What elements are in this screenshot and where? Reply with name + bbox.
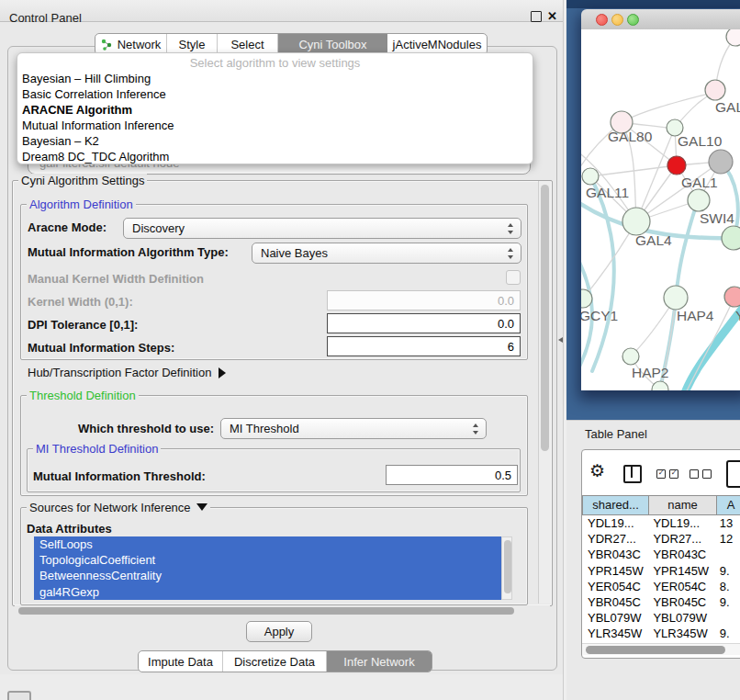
table-row[interactable]: YER054CYER054C8.	[582, 579, 740, 594]
cyni-algorithm-settings-title: Cyni Algorithm Settings	[18, 174, 147, 187]
table-row[interactable]: YPR145WYPR145W9.	[582, 563, 740, 579]
scrollbar-thumb[interactable]	[504, 540, 511, 593]
tab-label: Network	[118, 38, 162, 51]
table-cell: 13	[715, 515, 740, 531]
aracne-mode-value: Discovery	[132, 221, 185, 235]
sources-toggle[interactable]: Sources for Network Inference	[27, 501, 210, 514]
network-node[interactable]	[726, 29, 740, 46]
network-node[interactable]	[652, 381, 668, 390]
apply-button[interactable]: Apply	[246, 621, 312, 642]
minimize-traffic-light-icon[interactable]	[611, 14, 623, 26]
zoom-traffic-light-icon[interactable]	[627, 14, 639, 26]
table-row[interactable]: YBR043CYBR043C	[582, 547, 740, 562]
network-node[interactable]	[664, 286, 688, 310]
tab-discretize-data[interactable]: Discretize Data	[223, 651, 327, 672]
table-cell: YBL079W	[648, 610, 714, 626]
dpi-tolerance-field[interactable]: 0.0	[327, 313, 521, 333]
network-node-label: SWI4	[700, 210, 734, 226]
tab-cyni-toolbox[interactable]: Cyni Toolbox	[278, 34, 387, 54]
tab-jactivemnodules[interactable]: jActiveMNodules	[387, 34, 487, 54]
attribute-list-item[interactable]: BetweennessCentrality	[34, 568, 501, 583]
manual-kernel-checkbox[interactable]	[506, 270, 521, 285]
table-cell: YDL19...	[582, 515, 648, 531]
network-node[interactable]	[622, 348, 639, 365]
network-view-top-strip	[566, 0, 740, 8]
algorithm-option[interactable]: Bayesian – Hill Climbing	[17, 71, 533, 86]
tab-infer-network[interactable]: Infer Network	[327, 651, 432, 672]
close-icon[interactable]: ✕	[547, 9, 557, 23]
threshold-definition-title: Threshold Definition	[27, 389, 139, 402]
table-row[interactable]: YLR345WYLR345W9.	[582, 626, 740, 641]
column-layout-icon[interactable]	[623, 465, 642, 483]
network-icon	[101, 39, 113, 51]
tab-label: Impute Data	[148, 655, 213, 669]
network-node-label: GAL80	[608, 129, 653, 144]
network-node[interactable]	[709, 150, 733, 174]
table-cell: YER054C	[648, 579, 714, 594]
gear-icon[interactable]: ⚙	[589, 462, 605, 480]
table-cell: YLR345W	[648, 626, 714, 641]
control-panel-title: Control Panel	[9, 11, 82, 25]
hidden-panel-icon[interactable]	[7, 691, 31, 700]
table-cell: 9.	[715, 626, 740, 641]
algorithm-option[interactable]: Bayesian – K2	[17, 133, 533, 149]
network-edge[interactable]	[622, 92, 715, 122]
table-cell: YBR043C	[582, 547, 648, 562]
column-header-A[interactable]: A	[717, 495, 740, 515]
column-header-name[interactable]: name	[649, 495, 717, 515]
tab-network[interactable]: Network	[95, 34, 167, 54]
network-node[interactable]	[724, 287, 740, 307]
scrollbar-thumb[interactable]	[18, 607, 514, 615]
table-row[interactable]: YBR045CYBR045C9.	[582, 594, 740, 610]
table-horizontal-scrollbar[interactable]	[582, 643, 740, 655]
network-canvas[interactable]: GALGAL80GAL10GAL1GAL11SWI4GAL4GCY1HAP4YH…	[581, 29, 740, 390]
scrollbar-thumb[interactable]	[541, 185, 549, 451]
network-node[interactable]	[705, 80, 725, 100]
table-row[interactable]: YBL079WYBL079W	[582, 610, 740, 626]
table-row[interactable]: YDL19...YDL19...13	[582, 515, 740, 531]
deselect-all-checkboxes-icon[interactable]	[690, 469, 712, 479]
network-node[interactable]	[622, 208, 650, 235]
aracne-mode-label: Aracne Mode:	[28, 220, 107, 234]
table-cell: YER054C	[582, 579, 648, 594]
network-node[interactable]	[688, 189, 710, 211]
mi-steps-field[interactable]: 6	[327, 336, 521, 356]
table-cell: YLR345W	[582, 626, 648, 641]
attribute-list-item[interactable]: TopologicalCoefficient	[34, 552, 501, 568]
algorithm-option[interactable]: Basic Correlation Inference	[17, 86, 533, 102]
hub-definition-toggle[interactable]: Hub/Transcription Factor Definition	[28, 366, 226, 379]
divider-collapse-icon[interactable]	[558, 337, 563, 343]
mi-threshold-definition-title: MI Threshold Definition	[33, 442, 161, 456]
table-row[interactable]: YDR27...YDR27...12	[582, 531, 740, 547]
settings-horizontal-scrollbar[interactable]	[15, 605, 550, 616]
network-node-label: GAL10	[678, 133, 723, 149]
export-table-icon[interactable]	[726, 460, 740, 488]
network-node[interactable]	[722, 226, 740, 250]
table-cell	[715, 547, 740, 562]
attribute-list-item[interactable]: gal4RGexp	[34, 584, 501, 600]
algorithm-option[interactable]: Mutual Information Inference	[17, 118, 533, 133]
close-traffic-light-icon[interactable]	[596, 14, 608, 26]
attribute-list-item[interactable]: SelfLoops	[34, 536, 501, 552]
settings-vertical-scrollbar[interactable]	[538, 181, 551, 604]
scrollbar-thumb[interactable]	[586, 646, 725, 654]
tab-select[interactable]: Select	[218, 34, 278, 54]
tab-impute-data[interactable]: Impute Data	[139, 651, 223, 672]
algorithm-option[interactable]: ARACNE Algorithm	[17, 102, 533, 118]
tab-label: jActiveMNodules	[393, 38, 482, 51]
float-window-icon[interactable]	[531, 11, 542, 22]
mi-type-combo[interactable]: Naive Bayes	[252, 243, 521, 264]
aracne-mode-combo[interactable]: Discovery	[123, 218, 521, 239]
tab-style[interactable]: Style	[167, 34, 218, 54]
mi-threshold-field[interactable]: 0.5	[386, 465, 518, 485]
kernel-width-field[interactable]: 0.0	[327, 290, 521, 310]
column-header-shared...[interactable]: shared...	[582, 495, 649, 515]
network-node[interactable]	[582, 168, 599, 185]
mi-type-label: Mutual Information Algorithm Type:	[28, 245, 229, 259]
algorithm-option[interactable]: Dream8 DC_TDC Algorithm	[17, 149, 533, 164]
which-threshold-combo[interactable]: MI Threshold	[220, 418, 487, 439]
table-panel-title: Table Panel	[585, 427, 647, 441]
attributes-list-scrollbar[interactable]	[501, 536, 512, 600]
network-node[interactable]	[667, 156, 686, 175]
select-all-checkboxes-icon[interactable]	[656, 469, 678, 479]
